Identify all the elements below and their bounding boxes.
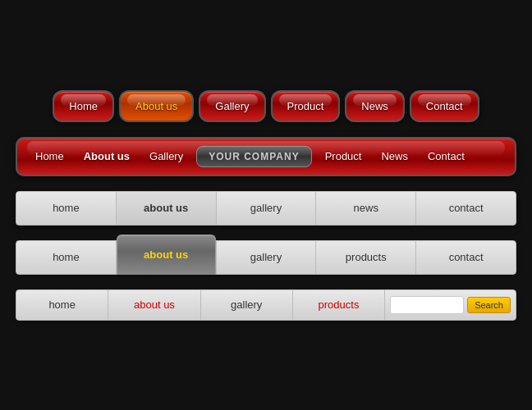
nav4-contact[interactable]: contact xyxy=(416,241,516,274)
nav4-aboutus-tab: about us xyxy=(117,235,216,275)
nav5-products[interactable]: products xyxy=(293,290,385,320)
nav2: Home About us Gallery YOUR COMPANY Produ… xyxy=(16,137,516,176)
nav2-product[interactable]: Product xyxy=(315,150,372,162)
nav5-search-button[interactable]: Search xyxy=(467,297,511,313)
nav1-aboutus[interactable]: About us xyxy=(119,90,194,122)
nav3: home about us gallery news contact xyxy=(16,191,516,226)
nav3-contact[interactable]: contact xyxy=(416,192,516,225)
nav4-gallery[interactable]: gallery xyxy=(217,241,317,274)
nav4: home about us gallery products contact xyxy=(16,240,516,275)
nav1-home[interactable]: Home xyxy=(53,90,114,122)
nav3-gallery[interactable]: gallery xyxy=(217,192,317,225)
nav2-contact[interactable]: Contact xyxy=(418,150,475,162)
nav5-gallery[interactable]: gallery xyxy=(201,290,293,320)
nav2-gallery[interactable]: Gallery xyxy=(140,150,193,162)
nav5-home[interactable]: home xyxy=(16,290,108,320)
nav1-contact[interactable]: Contact xyxy=(410,90,479,122)
nav4-home[interactable]: home xyxy=(16,241,117,274)
nav2-logo: YOUR COMPANY xyxy=(196,146,311,167)
nav2-home[interactable]: Home xyxy=(25,150,74,162)
nav5-search-area: Search xyxy=(385,296,516,314)
nav5: home about us gallery products Search xyxy=(16,289,516,321)
nav3-home[interactable]: home xyxy=(16,192,117,225)
nav3-news[interactable]: news xyxy=(316,192,416,225)
nav5-search-input[interactable] xyxy=(390,296,464,314)
nav5-aboutus[interactable]: about us xyxy=(108,290,200,320)
nav1: Home About us Gallery Product News Conta… xyxy=(16,90,516,122)
nav1-news[interactable]: News xyxy=(345,90,405,122)
nav4-aboutus[interactable]: about us xyxy=(117,241,217,274)
nav2-aboutus[interactable]: About us xyxy=(74,150,140,162)
page-container: Home About us Gallery Product News Conta… xyxy=(16,90,516,321)
nav1-gallery[interactable]: Gallery xyxy=(199,90,265,122)
nav3-aboutus[interactable]: about us xyxy=(117,192,217,225)
nav1-product[interactable]: Product xyxy=(271,90,341,122)
nav2-news[interactable]: News xyxy=(371,150,418,162)
nav4-products[interactable]: products xyxy=(316,241,416,274)
